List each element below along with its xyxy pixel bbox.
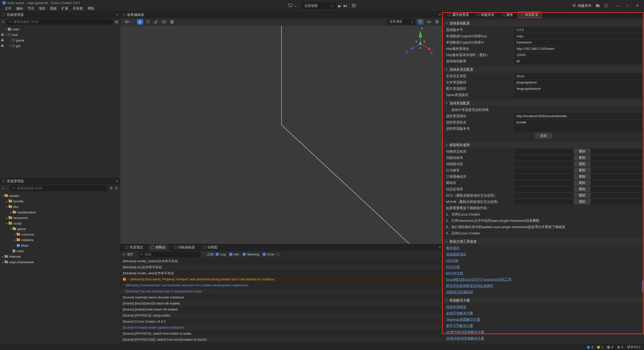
add-asset-button[interactable] [2,186,4,190]
assets-search-input[interactable]: 搜索名称或 UUID [10,186,108,191]
warn-count-badge[interactable]: 1 [597,345,603,349]
field-input[interactable] [514,126,641,131]
console-options-icon[interactable] [276,253,279,256]
console-tab[interactable]: 控制台 [148,244,169,251]
expand-arrow-icon[interactable]: ▾ [5,205,9,208]
console-log-row[interactable]: [Window] ecs文件夹不存在 [120,264,443,270]
checkbox-checked-icon[interactable] [263,253,266,256]
asset-node[interactable]: TSMain [0,243,120,248]
console-filter[interactable]: Info [229,252,239,256]
delete-button[interactable]: 删除 [574,193,590,198]
expand-arrow-icon[interactable]: ▸ [5,216,9,219]
doc-link[interactable]: 新手引导解决方案 [446,324,473,328]
field-input[interactable]: oops [514,34,641,39]
project-folder-icon[interactable] [596,5,599,7]
menu-item[interactable]: 节点 [25,6,36,11]
console-log-row[interactable]: [Scene] Forward render pipeline initiali… [120,325,443,331]
expand-chevron-icon[interactable]: › [128,278,129,281]
doc-link[interactable]: API文档 [446,258,458,263]
console-filter[interactable]: Log [216,252,226,256]
menu-item[interactable]: 开发者 [70,6,85,11]
hierarchy-search-input[interactable]: 搜索名称或 UUID [6,19,113,25]
console-log-row[interactable]: [Scene] meshopt wasm decoder initialized [120,294,443,300]
inspector-tab[interactable]: 构建发布 [474,12,497,18]
field-input[interactable]: http://localhost:8083/assets/bundle [514,114,641,119]
doc-link[interactable]: ECS文档 [446,265,460,269]
maximize-button[interactable] [622,0,632,12]
console-log-row[interactable]: [Scene] [box2d]:box2d wasm lib loaded. [120,300,443,307]
error-count-badge[interactable]: 0 [607,345,613,349]
asset-node[interactable]: ▸seedrandom [0,209,120,215]
expand-arrow-icon[interactable]: ▾ [1,194,5,197]
hierarchy-node[interactable]: ▾root [0,32,120,37]
expand-arrow-icon[interactable]: ▾ [5,33,8,36]
move-tool-icon[interactable] [137,19,143,25]
checkbox-checked-icon[interactable] [229,253,232,256]
field-input[interactable]: language/texture [514,86,641,91]
import-icon[interactable] [6,187,8,190]
inspector-tab[interactable]: 服务 [499,12,516,18]
expand-arrow-icon[interactable]: ▸ [1,261,5,264]
section-header[interactable]: ▾游戏基础配置 [443,20,644,27]
section-header[interactable]: ▾框架模块裁剪 [443,142,644,148]
menu-item[interactable]: 面板 [48,6,59,11]
mode-3d-button[interactable]: 3D [123,19,133,24]
checkbox-checked-icon[interactable] [216,253,219,256]
hierarchy-node[interactable]: ▾main [0,26,120,32]
panel-menu-icon[interactable] [116,179,118,183]
console-log-row[interactable]: [Scene] [PHYSICS2D]: switch from box2d-w… [120,337,443,343]
delete-button[interactable]: 删除 [574,168,590,173]
filter-icon[interactable] [115,21,118,23]
console-tab[interactable]: 动画图 [200,244,221,251]
view-mode-select[interactable]: 正常浏览 [387,19,415,25]
section-header[interactable]: ▾游戏资源配置 [443,100,644,107]
expand-arrow-icon[interactable]: ▾ [5,222,9,225]
doc-link[interactable]: 战棋游戏框架 [446,305,466,309]
field-input[interactable]: language/json [514,80,641,85]
scrollbar-thumb[interactable] [642,281,643,293]
asset-node[interactable]: ▸initialize [0,237,120,243]
help-icon[interactable] [604,4,608,8]
section-header[interactable]: ▾框架文档工具链接 [443,238,644,245]
console-log-row[interactable]: [Scene] [PHYSICS]: using builtin. [120,313,443,319]
console-tab[interactable]: 资源预览 [122,244,146,251]
section-header[interactable]: ▾框架解决方案 [443,297,644,304]
rotate-tool-icon[interactable] [145,19,151,25]
step-button[interactable] [344,4,347,7]
doc-link[interactable]: 全栈开发解决方案 [446,311,473,316]
delete-button[interactable]: 删除 [574,180,590,185]
asset-node[interactable]: ▸common [0,232,120,237]
expand-arrow-icon[interactable]: ▸ [1,255,5,258]
delete-button[interactable]: 删除 [574,149,590,154]
expand-arrow-icon[interactable]: ▸ [13,239,17,241]
hierarchy-node[interactable]: ▸gui [0,43,120,49]
gear-icon[interactable] [434,19,440,25]
console-log-row[interactable]: ›[Window] Download the Vue Devtools exte… [120,282,443,288]
doc-link[interactable]: 原生包热更新配置自动生成插件 [446,284,494,288]
console-log-row[interactable]: [Scene] [bullet]:bullet wasm lib loaded. [120,307,443,313]
asset-node[interactable]: main [0,248,120,254]
inspector-tab[interactable]: 框架配置 [518,12,541,18]
refresh-icon[interactable] [115,186,118,190]
doc-link[interactable]: Excel格式转Json文件与TypeScript代码工具 [446,277,511,282]
bulb-icon[interactable] [417,19,424,25]
other-count-badge[interactable]: 0 [617,345,623,349]
minimize-button[interactable] [612,0,622,12]
console-log-row[interactable]: [Window] model_view文件夹不存在 [120,270,443,276]
doc-link[interactable]: 游戏模板项目 [446,252,466,257]
view-gizmo[interactable]: Y X Z [404,26,437,59]
console-filter[interactable]: Warning [243,252,259,256]
preview-device-icon[interactable] [288,4,293,8]
hierarchy-node[interactable]: game [0,37,120,43]
close-button[interactable] [632,0,642,12]
play-button[interactable] [338,4,341,8]
expand-arrow-icon[interactable]: ▸ [9,45,12,47]
console-search-input[interactable]: 搜索 [138,252,200,257]
field-input[interactable]: 10000 [514,53,641,58]
delete-button[interactable]: 删除 [574,161,590,166]
delete-button[interactable]: 删除 [574,187,590,192]
sort-icon[interactable] [110,187,113,190]
doc-link[interactable]: Tiledmap地图解决方案 [446,317,480,322]
field-input[interactable]: framework [514,40,641,45]
scale-tool-icon[interactable] [153,19,159,25]
